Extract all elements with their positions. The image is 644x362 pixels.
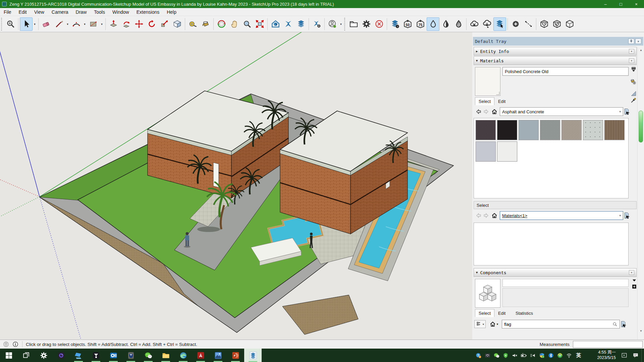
solid-box-tool[interactable] [171, 17, 183, 31]
dimension-button[interactable] [522, 17, 535, 31]
eyedropper-icon[interactable] [630, 97, 637, 104]
trimble-connect-button[interactable] [294, 17, 307, 31]
info-icon[interactable] [12, 341, 19, 348]
minimize-button[interactable]: – [598, 0, 613, 8]
scale-tool[interactable] [158, 17, 171, 31]
line-tool-dropdown[interactable]: ▾ [65, 17, 70, 31]
notification-center-button[interactable] [630, 349, 641, 362]
material-swatch-9[interactable] [497, 141, 517, 162]
open-folder-button[interactable] [347, 17, 360, 31]
back-edges-button[interactable] [439, 17, 452, 31]
filmora-app[interactable] [87, 349, 105, 362]
material-name-field[interactable] [502, 67, 629, 76]
scrollbar-thumb[interactable] [639, 111, 643, 142]
materials-collection-dropdown[interactable]: Asphalt and Concrete ▾ [500, 107, 623, 116]
extension-warehouse-button[interactable] [282, 17, 294, 31]
geolocation-icon[interactable] [3, 341, 9, 348]
menu-draw[interactable]: Draw [72, 8, 91, 16]
wechat-app[interactable] [140, 349, 157, 362]
material-swatch-5[interactable] [561, 120, 582, 140]
eraser-tool[interactable] [40, 17, 53, 31]
crest-app[interactable] [122, 349, 140, 362]
wechat-tray-icon[interactable] [492, 349, 501, 362]
details-arrow-button[interactable] [623, 107, 631, 116]
view-options-button[interactable]: ▾ [474, 320, 486, 328]
menu-camera[interactable]: Camera [48, 8, 72, 16]
rotate-tool[interactable] [145, 17, 158, 31]
material-swatch-6[interactable] [583, 120, 603, 140]
material-swatch-2[interactable] [497, 120, 517, 140]
menu-help[interactable]: Help [163, 8, 180, 16]
close-button[interactable]: × [629, 0, 644, 8]
create-material-button[interactable] [629, 78, 637, 85]
material-swatch-3[interactable] [519, 120, 539, 140]
show-hidden-icons-button[interactable] [619, 349, 630, 362]
account-button-dropdown[interactable]: ▾ [339, 17, 343, 31]
antivirus-icon[interactable] [555, 349, 565, 362]
tray-close-button[interactable]: × [635, 39, 641, 44]
menu-extensions[interactable]: Extensions [133, 8, 163, 16]
components-tab-select[interactable]: Select [475, 309, 494, 317]
home-button[interactable]: ▼ [488, 320, 500, 328]
component-pane-toggle-button[interactable] [631, 278, 638, 284]
viewport-3d-scene[interactable] [0, 32, 472, 340]
secondary-collection-dropdown[interactable]: Materials<1> ▾ [500, 211, 623, 220]
tape-measure-tool[interactable] [186, 17, 199, 31]
menu-tools[interactable]: Tools [90, 8, 109, 16]
extension-manager-button[interactable] [310, 17, 323, 31]
cloud-download-button[interactable] [481, 17, 493, 31]
rectangle-tool[interactable] [87, 17, 100, 31]
forward-arrow-button[interactable] [482, 108, 490, 116]
set-default-material-button[interactable] [630, 90, 637, 97]
hidden-line-button[interactable] [452, 17, 465, 31]
follow-me-tool[interactable] [120, 17, 132, 31]
muted-speaker-icon[interactable] [510, 349, 519, 362]
select-tool[interactable] [20, 17, 33, 31]
back-arrow-button[interactable] [474, 108, 482, 116]
bluetooth-icon[interactable] [546, 349, 555, 362]
entity-info-header[interactable]: ▶ Entity Info × [474, 47, 637, 56]
settings-gear-button[interactable] [360, 17, 373, 31]
back-arrow-button[interactable] [474, 212, 482, 220]
menu-file[interactable]: File [0, 8, 15, 16]
menu-window[interactable]: Window [109, 8, 133, 16]
rectangle-tool-dropdown[interactable]: ▾ [100, 17, 104, 31]
tray-pin-button[interactable] [628, 39, 634, 44]
3d-warehouse-button[interactable] [269, 17, 282, 31]
wifi-icon[interactable] [565, 349, 574, 362]
line-tool[interactable] [53, 17, 65, 31]
layers-query-button[interactable]: ? [388, 17, 401, 31]
material-swatch-8[interactable] [476, 141, 496, 162]
autocad-app[interactable] [192, 349, 209, 362]
cancel-button[interactable] [373, 17, 385, 31]
component-search-field[interactable] [502, 320, 620, 328]
paint-bucket-tool[interactable] [199, 17, 212, 31]
home-button[interactable] [490, 108, 498, 116]
help-badge-icon[interactable]: ?i [474, 349, 483, 362]
component-add-button[interactable] [631, 284, 638, 290]
select-tool-dropdown[interactable]: ▾ [33, 17, 37, 31]
details-arrow-button[interactable] [623, 211, 631, 220]
materials-close-button[interactable]: × [629, 58, 634, 63]
move-tool[interactable] [132, 17, 145, 31]
menu-edit[interactable]: Edit [15, 8, 31, 16]
material-swatch-1[interactable] [476, 120, 496, 140]
material-swatch-7[interactable] [604, 120, 625, 140]
details-arrow-button[interactable] [620, 320, 628, 328]
pan-tool[interactable] [228, 17, 240, 31]
account-button[interactable] [326, 17, 339, 31]
security-shield-icon[interactable] [501, 349, 510, 362]
scroll-up-icon[interactable]: ▲ [638, 47, 644, 53]
search-input[interactable] [504, 322, 605, 327]
box-partial-button[interactable] [563, 17, 576, 31]
push-pull-tool[interactable] [107, 17, 120, 31]
powerpoint-app[interactable] [227, 349, 244, 362]
opacity-75-button[interactable]: 75 [414, 17, 427, 31]
add-point-button[interactable] [509, 17, 522, 31]
materials-header[interactable]: ▼ Materials × [474, 56, 637, 65]
materials-tab-edit[interactable]: Edit [494, 97, 509, 105]
components-close-button[interactable]: × [629, 270, 634, 275]
opacity-50-button[interactable]: 50 [401, 17, 414, 31]
volume-mixer-icon[interactable] [528, 349, 537, 362]
zoom-tool[interactable] [240, 17, 253, 31]
